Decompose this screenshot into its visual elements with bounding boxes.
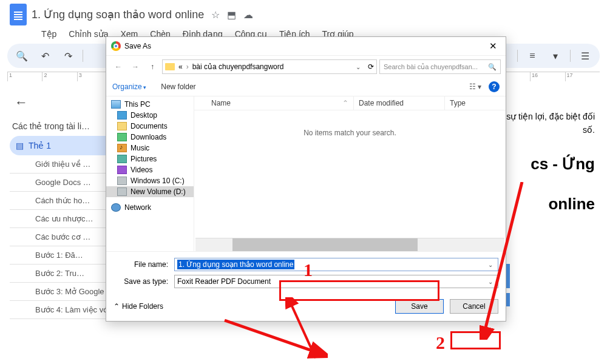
redo-icon[interactable]: ↷ xyxy=(59,47,76,64)
chevron-down-icon[interactable]: ⌄ xyxy=(486,278,495,285)
tree-network[interactable]: Network xyxy=(106,202,194,213)
annotation-number-2: 2 xyxy=(436,332,445,353)
col-name[interactable]: Name ⌃ xyxy=(194,96,354,110)
chevron-down-icon[interactable]: ⌄ xyxy=(486,261,495,268)
tree-desktop[interactable]: Desktop xyxy=(106,110,194,121)
filename-input[interactable]: 1. Ứng dụng soạn thảo word online ⌄ xyxy=(174,258,498,271)
cloud-icon[interactable]: ☁ xyxy=(243,9,253,21)
search-input[interactable]: Search bài của chuyenpdfsan... 🔍 xyxy=(379,59,501,74)
dialog-title: Save As xyxy=(124,42,151,50)
search-icon: 🔍 xyxy=(488,63,497,71)
save-as-dialog: Save As ✕ ← → ↑ « › bài của chuyenpdfsan… xyxy=(106,36,506,322)
save-button[interactable]: Save xyxy=(395,299,444,314)
chrome-icon xyxy=(111,41,121,51)
docs-logo-icon[interactable] xyxy=(10,4,27,25)
nav-back-icon[interactable]: ← xyxy=(111,59,126,74)
svg-line-5 xyxy=(225,320,316,352)
close-icon[interactable]: ✕ xyxy=(486,41,501,52)
savetype-select[interactable]: Foxit Reader PDF Document ⌄ xyxy=(174,275,498,288)
annotation-box-2 xyxy=(450,331,501,349)
tab-icon: ▤ xyxy=(16,141,24,150)
help-icon[interactable]: ? xyxy=(489,81,500,92)
star-icon[interactable]: ☆ xyxy=(211,9,220,21)
address-bar[interactable]: « › bài của chuyenpdfsangword ⌄ ⟳ xyxy=(162,59,377,74)
col-type[interactable]: Type xyxy=(445,96,506,110)
scrollbar[interactable] xyxy=(195,238,504,251)
cancel-button[interactable]: Cancel xyxy=(450,299,498,314)
annotation-arrow-3 xyxy=(219,315,328,364)
tree-pictures[interactable]: Pictures xyxy=(106,153,194,164)
col-date[interactable]: Date modified xyxy=(354,96,445,110)
savetype-label: Save as type: xyxy=(114,277,174,286)
move-icon[interactable]: ⬒ xyxy=(227,9,236,21)
search-icon[interactable]: 🔍 xyxy=(13,47,30,64)
tree-drive-c[interactable]: Windows 10 (C:) xyxy=(106,175,194,186)
chevron-down-icon[interactable]: ⌄ xyxy=(356,64,361,70)
tree-documents[interactable]: Documents xyxy=(106,121,194,132)
folder-icon xyxy=(165,63,175,70)
tree-this-pc[interactable]: This PC xyxy=(106,99,194,110)
align-icon[interactable]: ≡ xyxy=(524,47,541,64)
refresh-icon[interactable]: ⟳ xyxy=(368,62,374,71)
nav-forward-icon: → xyxy=(128,59,143,74)
view-options-icon[interactable]: ☷ ▾ xyxy=(469,83,481,91)
tree-downloads[interactable]: Downloads xyxy=(106,132,194,143)
tree-music[interactable]: Music xyxy=(106,143,194,153)
folder-tree: This PC Desktop Documents Downloads Musi… xyxy=(106,96,194,251)
more2-icon[interactable]: ▾ xyxy=(547,47,564,64)
tree-videos[interactable]: Videos xyxy=(106,164,194,175)
filename-label: File name: xyxy=(114,260,174,269)
hide-folders-toggle[interactable]: ⌃Hide Folders xyxy=(114,302,163,311)
empty-message: No items match your search. xyxy=(194,110,506,155)
undo-icon[interactable]: ↶ xyxy=(36,47,53,64)
organize-menu[interactable]: Organize xyxy=(112,83,146,91)
new-folder-button[interactable]: New folder xyxy=(161,83,195,91)
tree-drive-d[interactable]: New Volume (D:) xyxy=(106,186,194,197)
document-title[interactable]: 1. Ứng dụng soạn thảo word online xyxy=(32,8,204,21)
list-icon[interactable]: ☰ xyxy=(577,47,594,64)
menu-file[interactable]: Tệp xyxy=(36,28,61,40)
list-header: Name ⌃ Date modified Type xyxy=(194,96,506,110)
nav-up-icon[interactable]: ↑ xyxy=(145,59,160,74)
